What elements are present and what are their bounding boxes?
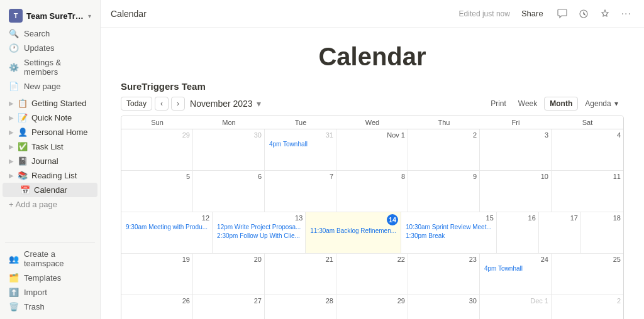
sidebar-item-task-list[interactable]: ▶ ✅ Task List	[3, 139, 97, 154]
workspace-name: Team SureTriger...	[26, 11, 84, 21]
calendar-day[interactable]: 1312pm Write Project Proposa...2:30pm Fo…	[213, 212, 306, 253]
calendar-day[interactable]: 17	[539, 212, 581, 253]
calendar-day[interactable]: 21	[265, 254, 336, 295]
calendar-day[interactable]: 129:30am Meeting with Produ...	[121, 212, 213, 253]
sidebar-item-label: Task List	[31, 142, 64, 151]
calendar-day[interactable]: 7	[265, 171, 336, 212]
sidebar-item-getting-started[interactable]: ▶ 📋 Getting Started	[3, 96, 97, 111]
calendar-day[interactable]: Dec 1	[480, 295, 552, 319]
calendar-day[interactable]: 19	[121, 254, 193, 295]
calendar-event[interactable]: 9:30am Meeting with Produ...	[124, 223, 209, 231]
sidebar-item-journal[interactable]: ▶ 📓 Journal	[3, 154, 97, 168]
calendar-day[interactable]: 16	[497, 212, 539, 253]
day-number: 12	[124, 214, 209, 222]
calendar-day[interactable]: 314pm Townhall	[265, 129, 336, 170]
calendar-day[interactable]: 27	[193, 295, 265, 319]
calendar-day[interactable]: 9	[408, 171, 480, 212]
sidebar-item-quick-note[interactable]: ▶ 📝 Quick Note	[3, 111, 97, 125]
new-page-icon: 📄	[9, 82, 19, 91]
week-view-button[interactable]: Week	[513, 97, 543, 111]
calendar-day[interactable]: 11	[552, 171, 623, 212]
calendar-day[interactable]: 10	[480, 171, 552, 212]
sidebar-trash[interactable]: 🗑️ Trash	[3, 300, 97, 314]
calendar-day[interactable]: 26	[121, 295, 193, 319]
calendar-day[interactable]: 29	[121, 129, 193, 170]
next-month-button[interactable]: ›	[171, 97, 185, 111]
calendar-event[interactable]: 10:30am Sprint Review Meet...	[404, 223, 494, 231]
share-button[interactable]: Share	[516, 6, 548, 21]
sidebar-item-personal-home[interactable]: ▶ 👤 Personal Home	[3, 125, 97, 139]
comment-button[interactable]	[555, 6, 570, 21]
calendar-day[interactable]: Nov 1	[336, 129, 408, 170]
agenda-view-button[interactable]: Agenda ▾	[579, 97, 624, 111]
calendar-event[interactable]: 12pm Write Project Proposa...	[215, 223, 303, 231]
day-number: 27	[196, 297, 262, 305]
history-button[interactable]	[576, 6, 591, 21]
sidebar-new-page[interactable]: 📄 New page	[3, 79, 97, 94]
favorite-button[interactable]	[597, 6, 613, 21]
prev-month-button[interactable]: ‹	[155, 97, 169, 111]
topbar: Calendar Edited just now Share	[101, 0, 644, 28]
calendar-event[interactable]: 11:30am Backlog Refinemen...	[308, 227, 398, 235]
main-content: Calendar Edited just now Share	[101, 0, 644, 319]
updates-label: Updates	[24, 43, 54, 53]
sidebar-create-teamspace[interactable]: 👥 Create a teamspace	[3, 247, 97, 271]
history-icon	[579, 9, 589, 19]
calendar-view-controls: Print Week Month Agenda ▾	[486, 97, 624, 111]
calendar-day[interactable]: 25	[552, 254, 623, 295]
templates-icon: 🗂️	[9, 273, 19, 283]
calendar-day[interactable]: 4	[552, 129, 623, 170]
day-number: 5	[124, 173, 190, 180]
day-header-tue: Tue	[265, 116, 336, 129]
calendar-day[interactable]: 1510:30am Sprint Review Meet...1:30pm Br…	[401, 212, 497, 253]
calendar-day[interactable]: 23	[408, 254, 480, 295]
calendar-day[interactable]: 30	[408, 295, 480, 319]
calendar-event[interactable]: 2:30pm Follow Up With Clie...	[215, 232, 303, 240]
current-month-label: November 2023	[190, 99, 253, 109]
month-view-button[interactable]: Month	[544, 97, 578, 111]
calendar-day[interactable]: 1411:30am Backlog Refinemen...	[306, 212, 401, 253]
calendar-event[interactable]: 1:30pm Break	[404, 232, 494, 240]
add-page-button[interactable]: + Add a page	[3, 197, 97, 212]
workspace-switcher[interactable]: T Team SureTriger... ▾	[3, 5, 97, 26]
more-options-icon: ···	[621, 8, 631, 19]
day-number: 24	[482, 256, 548, 263]
calendar-day[interactable]: 28	[265, 295, 336, 319]
arrow-icon: ▶	[9, 129, 14, 136]
calendar-day[interactable]: 22	[336, 254, 408, 295]
calendar-day[interactable]: 30	[193, 129, 265, 170]
search-label: Search	[24, 29, 50, 38]
sidebar-templates[interactable]: 🗂️ Templates	[3, 271, 97, 285]
arrow-icon: ▶	[9, 158, 14, 165]
more-options-button[interactable]: ···	[619, 6, 634, 22]
calendar-day[interactable]: 244pm Townhall	[480, 254, 552, 295]
calendar-day[interactable]: 29	[336, 295, 408, 319]
sidebar-settings[interactable]: ⚙️ Settings & members	[3, 55, 97, 79]
calendar-event[interactable]: 4pm Townhall	[267, 140, 333, 148]
task-list-icon: ✅	[18, 142, 28, 151]
calendar-day[interactable]: 20	[193, 254, 265, 295]
today-button[interactable]: Today	[121, 97, 152, 111]
print-button[interactable]: Print	[486, 97, 511, 110]
calendar-day[interactable]: 8	[336, 171, 408, 212]
calendar-event[interactable]: 4pm Townhall	[482, 264, 548, 273]
day-number: 30	[196, 131, 262, 139]
calendar-day[interactable]: 3	[480, 129, 552, 170]
sidebar-import[interactable]: ⬆️ Import	[3, 285, 97, 300]
sidebar-item-calendar[interactable]: 📅 Calendar	[3, 183, 97, 197]
day-number: 22	[339, 256, 405, 263]
month-dropdown-icon[interactable]: ▾	[257, 99, 261, 109]
sidebar-updates[interactable]: 🕐 Updates	[3, 41, 97, 55]
sidebar-item-reading-list[interactable]: ▶ 📚 Reading List	[3, 168, 97, 183]
calendar-day[interactable]: 18	[581, 212, 623, 253]
calendar-day[interactable]: 5	[121, 171, 193, 212]
calendar-day[interactable]: 2	[408, 129, 480, 170]
updates-icon: 🕐	[9, 43, 19, 53]
day-number: 7	[267, 173, 333, 180]
day-number: Nov 1	[339, 131, 405, 139]
calendar-day[interactable]: 2	[552, 295, 623, 319]
sidebar-bottom-label: Trash	[24, 302, 45, 311]
sidebar-search[interactable]: 🔍 Search	[3, 26, 97, 41]
add-page-label: + Add a page	[9, 200, 57, 209]
calendar-day[interactable]: 6	[193, 171, 265, 212]
